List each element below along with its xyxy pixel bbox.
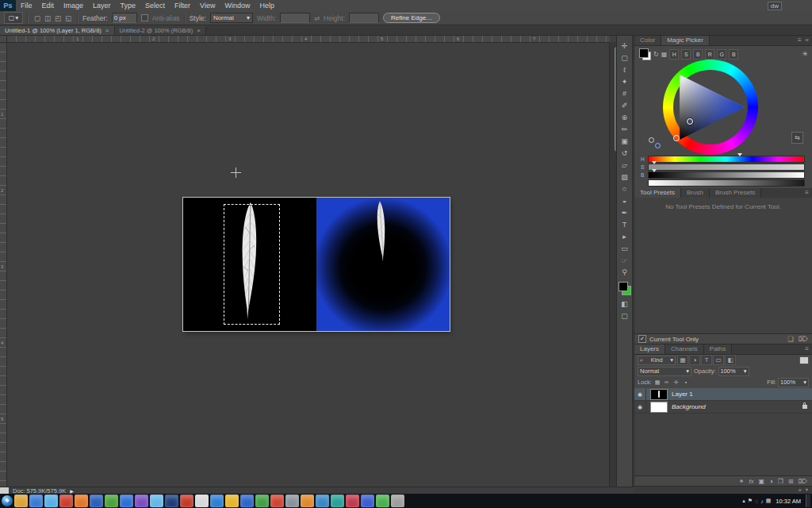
menu-item[interactable]: Edit [37, 0, 59, 11]
taskbar-app-icon[interactable] [180, 495, 193, 507]
tool-button[interactable]: ↺ [618, 147, 631, 159]
layer-name[interactable]: Layer 1 [672, 391, 812, 398]
taskbar-app-icon[interactable] [376, 495, 389, 507]
tool-preset-picker[interactable]: ▢ ▾ [4, 12, 23, 24]
mode-s-button[interactable]: S [681, 49, 691, 60]
lock-all-icon[interactable]: ▪ [682, 379, 690, 387]
filter-toggle-switch[interactable] [799, 356, 809, 364]
lock-position-icon[interactable]: ✛ [672, 379, 680, 387]
show-desktop-button[interactable] [806, 495, 810, 507]
taskbar-app-icon[interactable] [240, 495, 254, 507]
menu-item[interactable]: Layer [88, 0, 116, 11]
preset-footer-icon[interactable]: ⌦ [799, 335, 808, 343]
new-layer-icon[interactable]: ⊞ [788, 478, 794, 485]
clock[interactable]: 10:32 AM [776, 498, 801, 505]
visibility-eye-icon[interactable]: ◉ [634, 401, 646, 413]
action-center-flag-icon[interactable]: ⚑ [748, 498, 753, 504]
tool-button[interactable]: # [618, 87, 631, 99]
tool-button[interactable]: ⊕ [618, 111, 631, 123]
status-menu-arrow-icon[interactable]: ▶ [70, 488, 74, 494]
picker-mini-swatches[interactable] [649, 137, 663, 148]
tool-button[interactable]: ℓ [618, 64, 631, 75]
start-button[interactable]: ❖ [2, 495, 13, 506]
taskbar-app-icon[interactable] [331, 495, 344, 507]
slider-marker[interactable] [652, 169, 657, 172]
taskbar-app-icon[interactable] [195, 495, 209, 507]
close-icon[interactable]: × [197, 27, 201, 34]
triangle-selector[interactable] [687, 118, 693, 125]
selection-mode-button[interactable]: ◰ [53, 13, 63, 23]
grayscale-ramp[interactable] [648, 179, 805, 187]
panel-menu-icon[interactable]: ≡ [805, 188, 809, 198]
swap-colors-icon[interactable]: ⇆ [791, 132, 803, 144]
taskbar-app-icon[interactable] [165, 495, 178, 507]
menu-item[interactable]: View [195, 0, 220, 11]
foreground-color-swatch[interactable] [619, 282, 628, 291]
layer-row-layer-1[interactable]: ◉ Layer 1 [634, 388, 812, 401]
taskbar-app-icon[interactable] [120, 495, 133, 507]
panel-menu-icon[interactable]: ≡ [805, 344, 809, 354]
keyboard-layout-icon[interactable]: ▦ [766, 498, 772, 504]
tool-button[interactable]: ✐ [618, 99, 631, 111]
menu-item[interactable]: Image [59, 0, 88, 11]
tool-button[interactable]: ▢ [618, 310, 631, 321]
layer-filter-icon[interactable]: ◧ [725, 355, 736, 365]
hue-selector[interactable] [673, 135, 680, 141]
taskbar-app-icon[interactable] [135, 495, 148, 507]
taskbar-app-icon[interactable] [29, 495, 43, 507]
reset-colors-icon[interactable]: ↻ [653, 51, 659, 58]
layer-filter-icon[interactable]: ◑ [689, 355, 700, 365]
tool-button[interactable]: ✦ [618, 75, 631, 87]
tool-button[interactable]: ▧ [618, 171, 631, 183]
layer-mask-icon[interactable]: ▣ [758, 478, 764, 485]
tab-channels[interactable]: Channels [665, 344, 704, 354]
brightness-slider[interactable] [648, 171, 805, 179]
layer-filter-icon[interactable]: T [701, 355, 712, 365]
lock-pixels-icon[interactable]: ✏ [663, 379, 671, 387]
mode-r-button[interactable]: R [705, 49, 714, 60]
taskbar-app-icon[interactable] [44, 495, 58, 507]
tab-magic-picker[interactable]: Magic Picker [661, 36, 710, 45]
feather-image-blue[interactable] [316, 198, 450, 331]
tool-button[interactable]: ▣ [618, 135, 631, 147]
tab-paths[interactable]: Paths [704, 344, 732, 354]
style-select[interactable]: Normal ▾ [210, 13, 253, 23]
vertical-scrollbar[interactable] [609, 42, 616, 487]
ruler-origin-corner[interactable] [0, 36, 7, 43]
preset-footer-icon[interactable]: ❏ [787, 335, 794, 343]
volume-icon[interactable]: ♪ [760, 498, 764, 504]
tool-button[interactable]: ▸ [618, 230, 631, 242]
panel-menu-icon[interactable]: ≡ [798, 36, 802, 45]
taskbar-app-icon[interactable] [270, 495, 284, 507]
workspace-switcher[interactable]: dw [768, 2, 782, 10]
menu-item[interactable]: Type [116, 0, 141, 11]
taskbar-app-icon[interactable] [210, 495, 224, 507]
collapse-panels-icon[interactable]: « [806, 36, 809, 45]
menu-item[interactable]: Select [140, 0, 170, 11]
document-tab-untitled-1[interactable]: Untitled-1 @ 100% (Layer 1, RGB/8) × [0, 26, 115, 35]
tab-color[interactable]: Color [634, 36, 661, 45]
visibility-eye-icon[interactable]: ◉ [634, 388, 646, 400]
tab-layers[interactable]: Layers [634, 344, 665, 354]
feather-image-black[interactable] [183, 198, 316, 331]
opacity-select[interactable]: 100% ▾ [718, 367, 749, 376]
menu-item[interactable]: Window [220, 0, 255, 11]
layer-thumbnail[interactable] [650, 389, 668, 400]
layer-thumbnail[interactable] [650, 402, 668, 413]
horizontal-ruler[interactable]: 1234567 [6, 36, 610, 43]
grid-icon[interactable]: ▦ [661, 51, 668, 58]
swap-dimensions-icon[interactable]: ⇄ [314, 14, 320, 22]
taskbar-app-icon[interactable] [316, 495, 329, 507]
delete-layer-icon[interactable]: ⌦ [799, 478, 807, 485]
taskbar-app-icon[interactable] [105, 495, 118, 507]
network-icon[interactable]: ◌ [755, 498, 758, 504]
taskbar-app-icon[interactable] [346, 495, 359, 507]
tool-button[interactable]: ◧ [618, 298, 631, 310]
tab-brush[interactable]: Brush [681, 188, 710, 198]
tool-button[interactable]: ☞ [618, 254, 631, 266]
color-wheel[interactable] [663, 60, 758, 155]
adjustment-layer-icon[interactable]: ◑ [769, 478, 773, 485]
taskbar-app-icon[interactable] [361, 495, 374, 507]
taskbar-app-icon[interactable] [391, 495, 404, 507]
layer-name[interactable]: Background [672, 403, 802, 410]
